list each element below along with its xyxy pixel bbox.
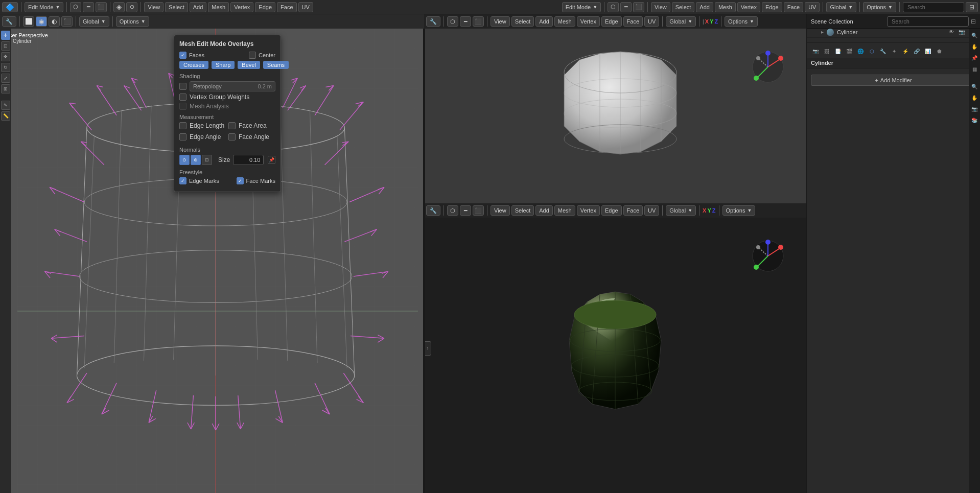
mesh-analysis-checkbox[interactable] xyxy=(179,103,186,110)
tr-options-dropdown[interactable]: Options ▼ xyxy=(725,16,758,27)
pan-icon-2[interactable]: ✋ xyxy=(970,93,979,102)
resize-handle-vertical[interactable] xyxy=(423,29,425,493)
br-add-btn[interactable]: Add xyxy=(535,205,553,216)
constraints-icon[interactable]: 🔗 xyxy=(912,46,921,56)
uv-menu-right[interactable]: UV xyxy=(805,2,820,12)
face-angle-checkbox[interactable] xyxy=(228,133,236,140)
br-edge-btn[interactable]: Edge xyxy=(601,205,622,216)
proportional-edit[interactable]: ⊙ xyxy=(126,2,137,12)
tr-controls-icon[interactable]: 🔧 xyxy=(426,16,440,27)
options-dropdown-l[interactable]: Options ▼ xyxy=(116,16,149,27)
vp-controls-icon[interactable]: 🔧 xyxy=(2,16,16,27)
tr-select-btn[interactable]: Select xyxy=(511,16,534,27)
xray-toggle[interactable]: ◈ xyxy=(113,2,125,12)
vp-render-icon[interactable]: ⬛ xyxy=(61,16,73,27)
add-menu-right[interactable]: Add xyxy=(696,2,713,12)
annotate-tool[interactable]: ✎ xyxy=(1,101,10,110)
vertex-menu-right[interactable]: Vertex xyxy=(737,2,760,12)
grid-props-icon[interactable]: ▦ xyxy=(970,64,979,74)
normals-size-input[interactable] xyxy=(233,155,264,165)
br-select-btn[interactable]: Select xyxy=(511,205,534,216)
options-dropdown[interactable]: Options ▼ xyxy=(863,2,896,12)
retopology-checkbox[interactable] xyxy=(179,83,186,90)
select-tool[interactable]: ⊡ xyxy=(1,41,10,51)
tr-edge-icon[interactable]: ━ xyxy=(460,16,471,27)
tr-view-btn[interactable]: View xyxy=(491,16,510,27)
object-props-icon[interactable]: ⬡ xyxy=(867,46,876,56)
zoom-icon[interactable]: 🔍 xyxy=(970,31,979,40)
face-menu-right[interactable]: Face xyxy=(784,2,803,12)
props-filter-icon[interactable]: ⊟ xyxy=(971,18,976,25)
tr-edge-btn[interactable]: Edge xyxy=(601,16,622,27)
edge-angle-checkbox[interactable] xyxy=(179,133,186,140)
br-options-dropdown[interactable]: Options ▼ xyxy=(722,205,756,216)
tr-vertex-btn[interactable]: Vertex xyxy=(577,16,600,27)
layers-icon[interactable]: 📚 xyxy=(970,115,979,125)
global-dropdown-left[interactable]: Global ▼ xyxy=(79,16,109,27)
filter-icon-top[interactable]: ⊟ xyxy=(966,2,978,12)
material-props-icon[interactable]: ⬟ xyxy=(935,46,944,56)
vp-xray-icon[interactable]: ⬜ xyxy=(23,16,34,27)
mesh-menu-right[interactable]: Mesh xyxy=(715,2,736,12)
output-props-icon[interactable]: 🖼 xyxy=(822,46,831,56)
particles-icon[interactable]: ✦ xyxy=(890,46,899,56)
normals-loop-icon[interactable]: ⊚ xyxy=(191,155,201,165)
br-view-btn[interactable]: View xyxy=(491,205,510,216)
global-dropdown-right[interactable]: Global ▼ xyxy=(826,2,856,12)
br-global-dropdown[interactable]: Global ▼ xyxy=(666,205,696,216)
cyl-render-icon[interactable]: 📷 xyxy=(958,28,966,36)
pin-icon[interactable]: 📌 xyxy=(970,53,979,62)
edge-select-btn[interactable]: ━ xyxy=(83,2,94,12)
br-mesh-btn[interactable]: Mesh xyxy=(554,205,575,216)
normals-pin-btn[interactable]: 📌 xyxy=(268,156,275,164)
br-controls-icon[interactable]: 🔧 xyxy=(426,205,440,216)
face-select-r[interactable]: ⬛ xyxy=(633,2,644,12)
vp-material-icon[interactable]: ◐ xyxy=(49,16,60,27)
add-menu-left[interactable]: Add xyxy=(190,2,207,12)
edge-menu-left[interactable]: Edge xyxy=(255,2,275,12)
props-search-input[interactable] xyxy=(887,16,969,27)
pan-icon[interactable]: ✋ xyxy=(970,42,979,51)
tr-vertex-icon[interactable]: ⬡ xyxy=(447,16,458,27)
face-select-btn[interactable]: ⬛ xyxy=(96,2,107,12)
view-layer-icon[interactable]: 📑 xyxy=(833,46,843,56)
br-edge-icon[interactable]: ━ xyxy=(460,205,471,216)
uv-menu-left[interactable]: UV xyxy=(298,2,313,12)
render-props-icon[interactable]: 📷 xyxy=(811,46,820,56)
vertex-select-btn[interactable]: ⬡ xyxy=(70,2,81,12)
cyl-visibility-icon[interactable]: 👁 xyxy=(947,28,955,36)
world-props-icon[interactable]: 🌐 xyxy=(856,46,865,56)
br-vertex-icon[interactable]: ⬡ xyxy=(447,205,458,216)
face-marks-checkbox[interactable] xyxy=(237,177,244,184)
face-menu-left[interactable]: Face xyxy=(277,2,296,12)
blender-logo-btn[interactable]: 🔷 xyxy=(2,2,18,12)
vertex-select-r[interactable]: ⬡ xyxy=(608,2,619,12)
scene-props-icon[interactable]: 🎬 xyxy=(845,46,854,56)
tr-global-dropdown[interactable]: Global ▼ xyxy=(666,16,696,27)
data-props-icon[interactable]: 📊 xyxy=(923,46,932,56)
top-right-render[interactable] xyxy=(424,29,806,203)
edge-length-checkbox[interactable] xyxy=(179,122,186,129)
cursor-tool[interactable]: ✛ xyxy=(1,31,10,40)
br-face-btn[interactable]: Face xyxy=(623,205,643,216)
tr-add-btn[interactable]: Add xyxy=(535,16,553,27)
center-checkbox[interactable] xyxy=(249,52,256,59)
vertex-group-checkbox[interactable] xyxy=(179,93,186,101)
measure-tool[interactable]: 📏 xyxy=(1,111,10,121)
edit-mode-dropdown-left[interactable]: Edit Mode ▼ xyxy=(25,2,63,12)
vp-solid-icon[interactable]: ◉ xyxy=(36,16,47,27)
tr-face-btn[interactable]: Face xyxy=(623,16,643,27)
edge-marks-checkbox[interactable] xyxy=(179,177,186,184)
normals-vertex-icon[interactable]: ⊙ xyxy=(179,155,190,165)
edge-menu-right[interactable]: Edge xyxy=(762,2,782,12)
sharp-btn[interactable]: Sharp xyxy=(212,61,235,69)
retopology-field[interactable]: Retopology 0.2 m xyxy=(190,81,275,91)
mesh-menu-left[interactable]: Mesh xyxy=(208,2,229,12)
faces-checkbox[interactable] xyxy=(179,52,186,59)
normals-face-icon[interactable]: ⊟ xyxy=(202,155,212,165)
physics-icon[interactable]: ⚡ xyxy=(901,46,910,56)
expand-arrow-br[interactable]: › xyxy=(424,341,431,356)
move-tool[interactable]: ✥ xyxy=(1,52,10,61)
modifier-props-icon[interactable]: 🔧 xyxy=(878,46,888,56)
br-vertex-btn[interactable]: Vertex xyxy=(577,205,600,216)
